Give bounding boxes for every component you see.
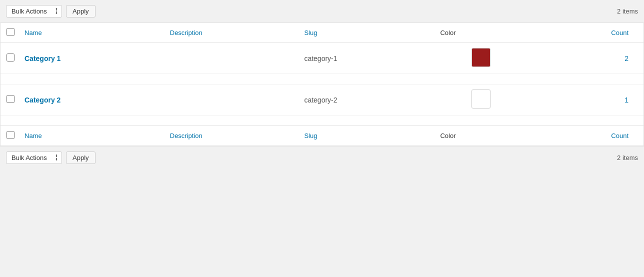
header-count-link[interactable]: Count (611, 29, 628, 36)
row2-color-swatch (472, 90, 490, 108)
header-name: Name (18, 23, 164, 43)
header-name-link[interactable]: Name (24, 29, 42, 36)
table-row: Category 1 category-1 2 (0, 43, 644, 74)
row1-description-cell (164, 43, 298, 74)
footer-count-link[interactable]: Count (611, 132, 628, 140)
header-description: Description (164, 23, 298, 43)
bulk-actions-select-top[interactable]: Bulk Actions Delete (6, 5, 62, 18)
row2-spacer (0, 116, 644, 126)
categories-table-container: Name Description Slug Color Count (0, 22, 644, 146)
table-footer-row: Name Description Slug Color Count (0, 126, 644, 146)
footer-description-link[interactable]: Description (170, 132, 202, 140)
bulk-actions-wrapper-bottom: Bulk Actions Delete (6, 152, 62, 164)
footer-description: Description (164, 126, 298, 146)
page-wrapper: Bulk Actions Delete Apply 2 items Name (0, 0, 644, 169)
row1-name-link[interactable]: Category 1 (24, 54, 60, 62)
header-slug: Slug (298, 23, 434, 43)
select-all-checkbox-top[interactable] (6, 28, 14, 36)
header-checkbox-cell (0, 23, 18, 43)
row2-checkbox-cell (0, 84, 18, 116)
items-count-bottom: 2 items (617, 154, 638, 162)
row2-count-link[interactable]: 1 (624, 96, 628, 104)
row1-count-cell: 2 (528, 43, 644, 74)
header-color: Color (434, 23, 528, 43)
row1-color-cell (434, 43, 528, 74)
table-row: Category 2 category-2 1 (0, 84, 644, 116)
row1-color-swatch (472, 48, 490, 67)
row2-color-cell (434, 84, 528, 116)
row2-name-cell: Category 2 (18, 84, 164, 116)
row1-checkbox[interactable] (6, 54, 14, 62)
row2-count-cell: 1 (528, 84, 644, 116)
apply-button-bottom[interactable]: Apply (66, 152, 96, 164)
footer-count: Count (528, 126, 644, 146)
footer-slug: Slug (298, 126, 434, 146)
bulk-actions-wrapper-top: Bulk Actions Delete (6, 5, 62, 18)
footer-checkbox-cell (0, 126, 18, 146)
categories-table: Name Description Slug Color Count (0, 23, 644, 146)
row1-count-link[interactable]: 2 (624, 54, 628, 62)
footer-slug-link[interactable]: Slug (304, 132, 317, 140)
row2-slug-cell: category-2 (298, 84, 434, 116)
header-count: Count (528, 23, 644, 43)
row1-slug-cell: category-1 (298, 43, 434, 74)
header-slug-link[interactable]: Slug (304, 29, 317, 36)
row2-name-link[interactable]: Category 2 (24, 96, 60, 104)
row2-description-cell (164, 84, 298, 116)
items-count-top: 2 items (617, 8, 638, 15)
footer-name-link[interactable]: Name (24, 132, 42, 140)
table-header-row: Name Description Slug Color Count (0, 23, 644, 43)
row1-checkbox-cell (0, 43, 18, 74)
bottom-toolbar-left: Bulk Actions Delete Apply (6, 152, 96, 164)
top-toolbar-left: Bulk Actions Delete Apply (6, 5, 96, 18)
row1-name-cell: Category 1 (18, 43, 164, 74)
row1-spacer (0, 74, 644, 84)
select-all-checkbox-bottom[interactable] (6, 131, 14, 139)
apply-button-top[interactable]: Apply (66, 5, 96, 18)
footer-name: Name (18, 126, 164, 146)
row2-checkbox[interactable] (6, 95, 14, 103)
footer-color: Color (434, 126, 528, 146)
top-toolbar: Bulk Actions Delete Apply 2 items (0, 0, 644, 22)
bottom-toolbar: Bulk Actions Delete Apply 2 items (0, 146, 644, 169)
bulk-actions-select-bottom[interactable]: Bulk Actions Delete (6, 152, 62, 164)
header-description-link[interactable]: Description (170, 29, 202, 36)
